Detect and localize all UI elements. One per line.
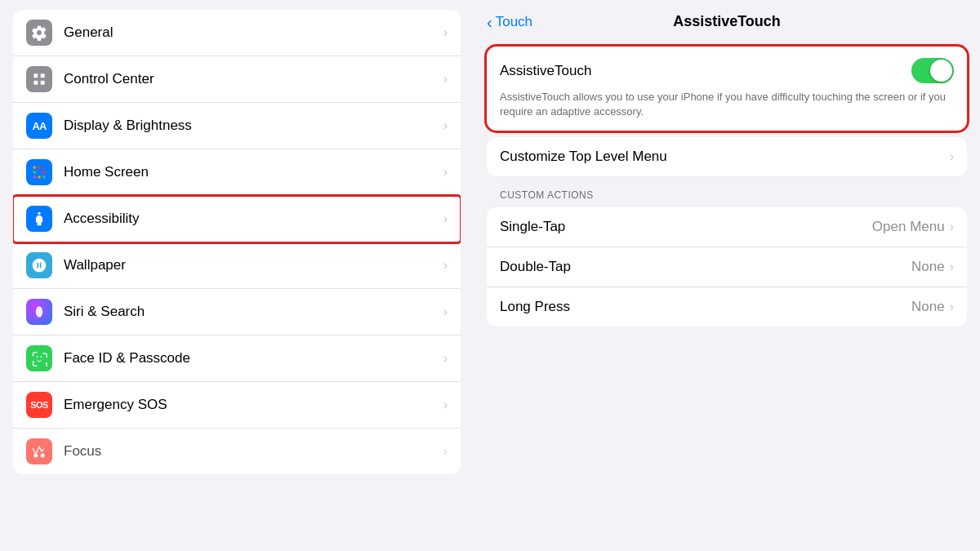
svg-rect-9 [42,171,45,173]
home-screen-label: Home Screen [64,164,437,180]
svg-point-18 [41,454,45,458]
sidebar-item-siri[interactable]: Siri & Search › [13,289,461,335]
double-tap-value: None [911,259,945,275]
svg-rect-1 [41,73,45,78]
single-tap-label: Single-Tap [500,219,872,235]
sidebar-item-focus[interactable]: Focus › [13,429,461,474]
settings-list: General › Control Center › AA Display & … [13,10,461,474]
sidebar-item-sos[interactable]: SOS Emergency SOS › [13,382,461,429]
focus-label: Focus [64,443,437,460]
svg-rect-7 [33,171,36,173]
double-tap-row[interactable]: Double-Tap None › [487,247,967,287]
svg-point-15 [37,356,38,358]
sidebar-item-home-screen[interactable]: Home Screen › [13,149,461,196]
svg-rect-2 [33,81,38,85]
customize-menu-row[interactable]: Customize Top Level Menu › [487,137,967,176]
focus-icon [26,438,52,464]
svg-rect-4 [33,167,36,169]
long-press-row[interactable]: Long Press None › [487,287,967,327]
page-title: AssistiveTouch [673,13,781,30]
svg-rect-5 [38,167,40,169]
assistivetouch-toggle-card: AssistiveTouch AssistiveTouch allows you… [487,47,967,131]
display-label: Display & Brightness [64,118,437,134]
svg-rect-12 [42,176,45,178]
sidebar-item-accessibility[interactable]: Accessibility › [13,196,461,242]
single-tap-row[interactable]: Single-Tap Open Menu › [487,207,967,247]
customize-menu-chevron: › [950,149,954,164]
siri-label: Siri & Search [64,304,437,320]
toggle-description: AssistiveTouch allows you to use your iP… [500,90,954,119]
accessibility-chevron: › [443,211,448,226]
focus-chevron: › [443,444,448,459]
control-center-icon [26,66,52,92]
sos-chevron: › [443,398,448,412]
custom-actions-card: Single-Tap Open Menu › Double-Tap None ›… [487,207,967,327]
display-icon: AA [26,113,52,139]
sidebar-item-faceid[interactable]: Face ID & Passcode › [13,335,461,382]
long-press-value: None [911,299,945,315]
sidebar-item-control-center[interactable]: Control Center › [13,56,461,103]
double-tap-label: Double-Tap [500,259,911,275]
svg-rect-6 [42,167,45,169]
general-chevron: › [443,25,448,40]
long-press-label: Long Press [500,299,911,315]
svg-point-13 [38,212,40,215]
general-icon [26,20,52,46]
display-chevron: › [443,118,448,133]
accessibility-label: Accessibility [64,211,437,227]
siri-chevron: › [443,304,448,319]
svg-rect-8 [38,171,40,173]
accessibility-icon [26,206,52,232]
detail-panel: ‹ Touch AssistiveTouch AssistiveTouch As… [474,0,980,551]
faceid-chevron: › [443,351,448,366]
wallpaper-chevron: › [443,258,448,273]
svg-rect-0 [33,73,38,78]
faceid-icon [26,345,52,371]
sidebar-item-wallpaper[interactable]: Wallpaper › [13,242,461,289]
customize-menu-card: Customize Top Level Menu › [487,137,967,176]
single-tap-chevron: › [950,220,954,234]
faceid-label: Face ID & Passcode [64,350,437,367]
toggle-label: AssistiveTouch [500,63,591,79]
toggle-knob [930,60,952,82]
sidebar-item-display[interactable]: AA Display & Brightness › [13,103,461,149]
assistivetouch-toggle[interactable] [911,58,954,83]
general-label: General [64,24,437,41]
svg-rect-3 [41,81,45,85]
detail-header: ‹ Touch AssistiveTouch [487,10,967,33]
control-center-chevron: › [443,72,448,87]
wallpaper-icon [26,252,52,278]
wallpaper-label: Wallpaper [64,257,437,273]
long-press-chevron: › [950,300,954,314]
back-button[interactable]: ‹ Touch [487,14,532,30]
back-label: Touch [496,14,532,30]
settings-sidebar: General › Control Center › AA Display & … [0,0,474,551]
single-tap-value: Open Menu [872,219,945,235]
svg-rect-10 [33,176,36,178]
control-center-label: Control Center [64,71,437,87]
sidebar-item-general[interactable]: General › [13,10,461,56]
custom-actions-header: CUSTOM ACTIONS [487,189,967,207]
double-tap-chevron: › [950,260,954,274]
home-screen-chevron: › [443,165,448,180]
customize-menu-label: Customize Top Level Menu [500,149,950,165]
svg-point-16 [41,356,42,358]
home-screen-icon [26,159,52,185]
svg-rect-11 [38,176,40,178]
toggle-row: AssistiveTouch [500,58,954,83]
svg-point-14 [36,306,42,317]
sos-icon: SOS [26,392,52,418]
back-chevron-icon: ‹ [487,14,492,30]
sos-label: Emergency SOS [64,397,437,413]
siri-icon [26,299,52,325]
